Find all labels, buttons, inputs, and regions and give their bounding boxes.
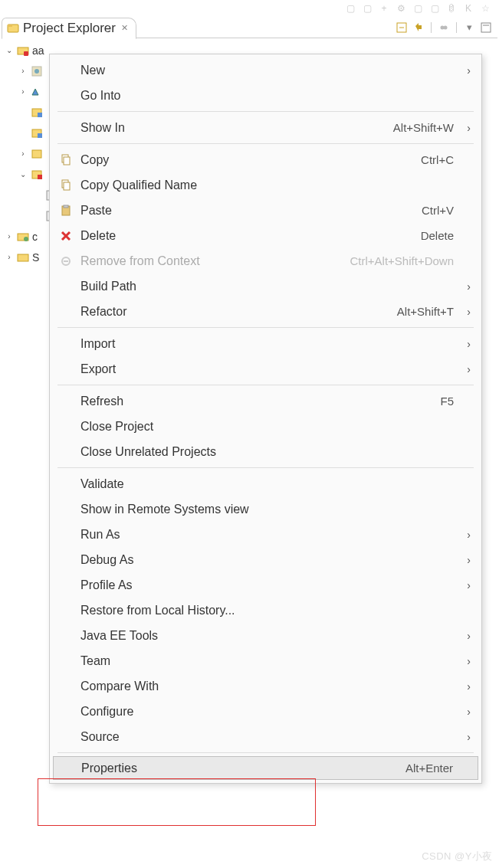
menu-label: Delete bbox=[80, 229, 116, 243]
menu-item-paste[interactable]: PasteCtrl+V› bbox=[50, 198, 481, 223]
svg-rect-27 bbox=[64, 182, 70, 190]
menu-shortcut: Alt+Shift+T bbox=[397, 305, 454, 318]
twisty-collapsed-icon[interactable]: › bbox=[5, 232, 14, 241]
svg-rect-16 bbox=[32, 150, 41, 158]
minimize-icon[interactable] bbox=[479, 21, 493, 34]
twisty-collapsed-icon[interactable]: › bbox=[18, 149, 28, 158]
menu-item-close-project[interactable]: Close Project› bbox=[50, 414, 481, 439]
menu-item-source[interactable]: Source› bbox=[50, 724, 481, 749]
toolbar-icon[interactable]: ▢ bbox=[344, 2, 356, 15]
menu-separator bbox=[57, 385, 474, 385]
menu-label: Go Into bbox=[80, 89, 120, 103]
menu-item-refresh[interactable]: RefreshF5› bbox=[50, 388, 481, 414]
menu-item-validate[interactable]: Validate› bbox=[50, 471, 481, 496]
menu-item-configure[interactable]: Configure› bbox=[50, 699, 481, 724]
toolbar-icon[interactable]: ☆ bbox=[479, 2, 491, 15]
menu-item-show-rse[interactable]: Show in Remote Systems view› bbox=[50, 496, 481, 522]
descriptor-icon bbox=[31, 65, 43, 77]
menu-label: Validate bbox=[80, 477, 124, 491]
menu-item-import[interactable]: Import› bbox=[50, 331, 481, 356]
chevron-right-icon: › bbox=[461, 529, 471, 541]
menu-label: Copy bbox=[80, 153, 109, 167]
toolbar-icon[interactable]: 🛢 bbox=[445, 2, 458, 15]
toolbar-icon[interactable]: + bbox=[378, 2, 390, 15]
menu-item-build-path[interactable]: Build Path› bbox=[50, 274, 481, 299]
tab-project-explorer[interactable]: Project Explorer ✕ bbox=[2, 18, 136, 39]
menu-item-compare-with[interactable]: Compare With› bbox=[50, 673, 481, 699]
jax-icon bbox=[31, 86, 43, 98]
close-icon[interactable]: ✕ bbox=[121, 23, 128, 33]
twisty-collapsed-icon[interactable]: › bbox=[5, 253, 14, 261]
menu-separator bbox=[57, 111, 474, 112]
view-menu-icon[interactable]: ▾ bbox=[462, 21, 476, 34]
twisty-collapsed-icon[interactable]: › bbox=[18, 67, 28, 75]
toolbar-icon[interactable]: ⚙ bbox=[395, 2, 407, 15]
menu-item-export[interactable]: Export› bbox=[50, 356, 481, 382]
toolbar-icon[interactable]: ▢ bbox=[361, 2, 373, 15]
menu-item-profile-as[interactable]: Profile As› bbox=[50, 572, 481, 598]
menu-label: Copy Qualified Name bbox=[80, 179, 197, 192]
twisty-expanded-icon[interactable]: ⌄ bbox=[18, 170, 28, 179]
menu-item-show-in[interactable]: Show InAlt+Shift+W› bbox=[50, 115, 481, 140]
chevron-right-icon: › bbox=[461, 680, 471, 693]
link-editor-icon[interactable] bbox=[412, 21, 425, 34]
menu-label: Build Path bbox=[80, 280, 136, 293]
toolbar-icon[interactable]: ▢ bbox=[428, 2, 441, 15]
focus-icon[interactable] bbox=[437, 21, 451, 34]
project-icon bbox=[17, 231, 29, 243]
chevron-right-icon: › bbox=[461, 363, 471, 375]
menu-label: Properties bbox=[81, 762, 137, 775]
menu-item-go-into[interactable]: Go Into› bbox=[50, 83, 481, 108]
package-icon bbox=[31, 148, 43, 160]
tree-node-label: c bbox=[32, 231, 38, 243]
menu-item-javaee-tools[interactable]: Java EE Tools› bbox=[50, 623, 481, 648]
menu-label: Java EE Tools bbox=[80, 629, 158, 643]
menu-shortcut: Ctrl+V bbox=[422, 204, 454, 217]
menu-item-team[interactable]: Team› bbox=[50, 648, 481, 673]
menu-shortcut: Ctrl+Alt+Shift+Down bbox=[350, 254, 454, 267]
tree-node-label: S bbox=[32, 251, 39, 264]
chevron-right-icon: › bbox=[461, 280, 471, 293]
menu-separator bbox=[57, 143, 474, 144]
panel-header: Project Explorer ✕ ▾ bbox=[2, 17, 497, 38]
menu-label: Refresh bbox=[80, 395, 123, 408]
svg-rect-13 bbox=[38, 113, 42, 117]
menu-item-run-as[interactable]: Run As› bbox=[50, 522, 481, 547]
menu-item-new[interactable]: New› bbox=[50, 57, 481, 83]
collapse-all-icon[interactable] bbox=[395, 21, 409, 34]
toolbar-icon[interactable]: K bbox=[462, 2, 474, 15]
twisty-expanded-icon[interactable]: ⌄ bbox=[5, 46, 14, 54]
tab-title: Project Explorer bbox=[23, 21, 116, 36]
menu-item-copy[interactable]: CopyCtrl+C› bbox=[50, 147, 481, 172]
menu-label: Refactor bbox=[80, 305, 126, 319]
menu-item-delete[interactable]: DeleteDelete› bbox=[50, 223, 481, 248]
svg-rect-18 bbox=[38, 175, 42, 179]
menu-item-properties[interactable]: PropertiesAlt+Enter› bbox=[53, 756, 478, 780]
svg-rect-6 bbox=[481, 23, 491, 32]
delete-icon bbox=[57, 230, 74, 242]
toolbar-icon[interactable]: ▢ bbox=[412, 2, 424, 15]
watermark: CSDN @Y小夜 bbox=[422, 850, 493, 863]
menu-label: Compare With bbox=[80, 680, 159, 693]
menu-item-close-unrelated[interactable]: Close Unrelated Projects› bbox=[50, 439, 481, 464]
menu-label: Export bbox=[80, 362, 116, 376]
menu-label: Close Unrelated Projects bbox=[80, 445, 216, 459]
project-icon bbox=[17, 44, 29, 57]
chevron-right-icon: › bbox=[461, 64, 471, 77]
resources-icon bbox=[31, 127, 43, 139]
menu-item-copy-qn[interactable]: Copy Qualified Name› bbox=[50, 172, 481, 198]
menu-item-refactor[interactable]: RefactorAlt+Shift+T› bbox=[50, 299, 481, 324]
remove-icon bbox=[57, 255, 74, 267]
chevron-right-icon: › bbox=[461, 630, 471, 642]
menu-item-debug-as[interactable]: Debug As› bbox=[50, 547, 481, 572]
menu-shortcut: Alt+Enter bbox=[405, 762, 453, 775]
menu-item-restore-local[interactable]: Restore from Local History...› bbox=[50, 598, 481, 623]
svg-rect-15 bbox=[38, 133, 42, 138]
copy-icon bbox=[57, 179, 74, 192]
menu-label: Remove from Context bbox=[80, 254, 200, 268]
svg-rect-1 bbox=[8, 25, 12, 27]
twisty-collapsed-icon[interactable]: › bbox=[18, 87, 28, 96]
menu-label: Paste bbox=[80, 204, 112, 218]
menu-label: Show in Remote Systems view bbox=[80, 503, 249, 516]
svg-point-5 bbox=[444, 25, 448, 29]
